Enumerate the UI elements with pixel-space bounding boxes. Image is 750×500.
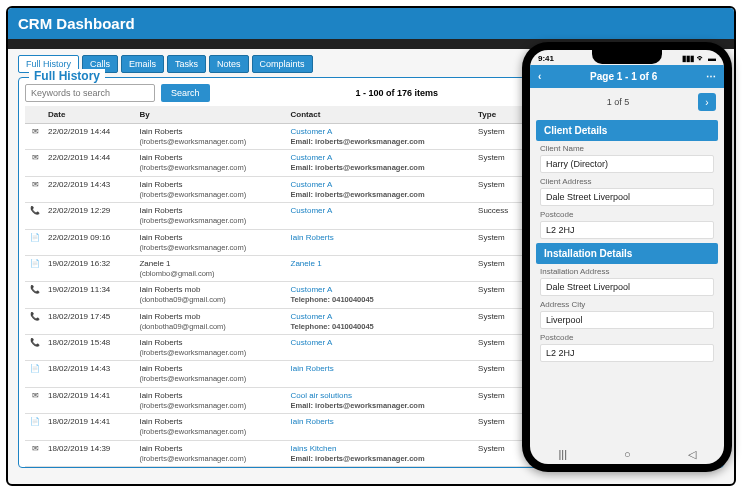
cell-by: Iain Roberts(iroberts@eworksmanager.com) [136, 176, 287, 202]
col-type[interactable]: Type [475, 106, 524, 124]
field-value[interactable]: Harry (Director) [540, 155, 714, 173]
form-field: Client AddressDale Street Liverpool [540, 177, 714, 206]
row-type-icon: 📄 [25, 255, 45, 281]
more-icon[interactable]: ⋯ [706, 71, 716, 82]
cell-by: Iain Roberts mob(donbotha09@gmail.com) [136, 282, 287, 308]
nav-home-icon[interactable]: ○ [624, 448, 631, 460]
cell-contact: Cool air solutionsEmail: iroberts@eworks… [288, 387, 476, 413]
phone-screen: 9:41 ▮▮▮ᯤ▬ ‹ Page 1 - 1 of 6 ⋯ 1 of 5 › … [530, 50, 724, 464]
col-date[interactable]: Date [45, 106, 136, 124]
row-type-icon: 📞 [25, 282, 45, 308]
tab-tasks[interactable]: Tasks [167, 55, 206, 73]
cell-by: Iain Roberts(iroberts@eworksmanager.com) [136, 203, 287, 229]
field-label: Client Address [540, 177, 714, 186]
cell-date: 18/02/2019 14:39 [45, 440, 136, 466]
phone-notch [592, 50, 662, 64]
cell-date: 22/02/2019 14:44 [45, 150, 136, 176]
nav-back-icon[interactable]: ◁ [688, 448, 696, 461]
cell-by: Iain Roberts(iroberts@eworksmanager.com) [136, 387, 287, 413]
cell-type: System [475, 176, 524, 202]
cell-type: System [475, 255, 524, 281]
form-field: Installation AddressDale Street Liverpoo… [540, 267, 714, 296]
field-label: Client Name [540, 144, 714, 153]
cell-date: 22/02/2019 14:43 [45, 176, 136, 202]
item-count: 1 - 100 of 176 items [356, 88, 439, 98]
search-button[interactable]: Search [161, 84, 210, 102]
cell-type: System [475, 414, 524, 440]
field-label: Address City [540, 300, 714, 309]
field-label: Installation Address [540, 267, 714, 276]
cell-date: 18/02/2019 14:43 [45, 361, 136, 387]
col-icon [25, 106, 45, 124]
phone-status-icons: ▮▮▮ᯤ▬ [679, 54, 716, 63]
col-by[interactable]: By [136, 106, 287, 124]
phone-header-title: Page 1 - 1 of 6 [590, 71, 657, 82]
cell-by: Zanele 1(cblombo@gmail.com) [136, 255, 287, 281]
tab-complaints[interactable]: Complaints [252, 55, 313, 73]
cell-contact: Customer A [288, 203, 476, 229]
battery-icon: ▬ [708, 54, 716, 63]
field-label: Postcode [540, 333, 714, 342]
phone-pager: 1 of 5 › [530, 88, 724, 116]
tab-notes[interactable]: Notes [209, 55, 249, 73]
cell-contact: Iain Roberts [288, 361, 476, 387]
cell-date: 19/02/2019 11:34 [45, 282, 136, 308]
form-field: PostcodeL2 2HJ [540, 333, 714, 362]
cell-date: 22/02/2019 14:44 [45, 124, 136, 150]
row-type-icon: ✉ [25, 387, 45, 413]
cell-type: System [475, 308, 524, 334]
tab-emails[interactable]: Emails [121, 55, 164, 73]
cell-type: System [475, 282, 524, 308]
section-client-details: Client Details [536, 120, 718, 141]
cell-contact: Customer A [288, 335, 476, 361]
panel-legend: Full History [29, 69, 105, 83]
cell-date: 18/02/2019 14:41 [45, 387, 136, 413]
field-value[interactable]: Dale Street Liverpool [540, 278, 714, 296]
signal-icon: ▮▮▮ [682, 54, 694, 63]
cell-type: System [475, 361, 524, 387]
cell-by: Iain Roberts(iroberts@eworksmanager.com) [136, 440, 287, 466]
field-value[interactable]: L2 2HJ [540, 221, 714, 239]
form-field: Client NameHarry (Director) [540, 144, 714, 173]
cell-contact: Customer AEmail: iroberts@eworksmanager.… [288, 150, 476, 176]
row-type-icon: 📞 [25, 335, 45, 361]
back-icon[interactable]: ‹ [538, 71, 541, 82]
cell-contact: Customer AEmail: iroberts@eworksmanager.… [288, 124, 476, 150]
cell-by: Iain Roberts(iroberts@eworksmanager.com) [136, 150, 287, 176]
cell-by: Iain Roberts(iroberts@eworksmanager.com) [136, 361, 287, 387]
cell-by: Iain Roberts mob(donbotha09@gmail.com) [136, 308, 287, 334]
row-type-icon: 📄 [25, 414, 45, 440]
cell-by: Iain Roberts(iroberts@eworksmanager.com) [136, 335, 287, 361]
cell-date: 18/02/2019 14:41 [45, 414, 136, 440]
field-value[interactable]: Dale Street Liverpool [540, 188, 714, 206]
field-value[interactable]: L2 2HJ [540, 344, 714, 362]
phone-mockup: 9:41 ▮▮▮ᯤ▬ ‹ Page 1 - 1 of 6 ⋯ 1 of 5 › … [522, 42, 732, 472]
cell-type: System [475, 150, 524, 176]
window-title: CRM Dashboard [8, 8, 734, 39]
form-field: Address CityLiverpool [540, 300, 714, 329]
search-input[interactable] [25, 84, 155, 102]
cell-date: 22/02/2019 12:29 [45, 203, 136, 229]
cell-date: 18/02/2019 17:45 [45, 308, 136, 334]
cell-type: Success [475, 203, 524, 229]
cell-contact: Iains KitchenEmail: iroberts@eworksmanag… [288, 440, 476, 466]
row-type-icon: ✉ [25, 124, 45, 150]
field-value[interactable]: Liverpool [540, 311, 714, 329]
pager-next-button[interactable]: › [698, 93, 716, 111]
cell-contact: Zanele 1 [288, 255, 476, 281]
row-type-icon: 📄 [25, 229, 45, 255]
phone-time: 9:41 [538, 54, 554, 63]
row-type-icon: 📞 [25, 308, 45, 334]
nav-recent-icon[interactable]: ||| [558, 448, 567, 460]
wifi-icon: ᯤ [697, 54, 705, 63]
form-field: PostcodeL2 2HJ [540, 210, 714, 239]
cell-date: 19/02/2019 16:32 [45, 255, 136, 281]
field-label: Postcode [540, 210, 714, 219]
cell-contact: Customer ATelephone: 0410040045 [288, 282, 476, 308]
cell-type: System [475, 440, 524, 466]
cell-type: System [475, 335, 524, 361]
cell-contact: Iain Roberts [288, 229, 476, 255]
cell-date: 18/02/2019 15:48 [45, 335, 136, 361]
phone-nav-bar: ||| ○ ◁ [530, 444, 724, 464]
col-contact[interactable]: Contact [288, 106, 476, 124]
